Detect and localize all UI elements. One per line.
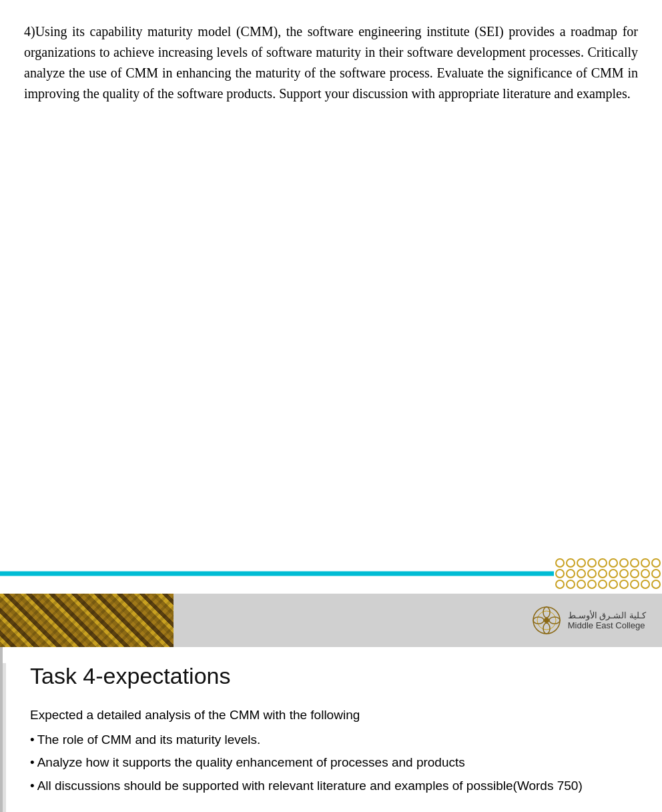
college-name-english: Middle East College: [568, 620, 645, 630]
task-wrapper: Task 4-expectations Expected a detailed …: [0, 647, 662, 812]
dot: [619, 569, 629, 578]
dot: [609, 558, 618, 568]
college-logo-area: كـلية الشـرق الأوسـط Middle East College: [532, 606, 646, 635]
dot: [555, 558, 565, 568]
college-logo-icon: [532, 606, 561, 635]
dot: [630, 558, 639, 568]
dot: [630, 569, 639, 578]
dot: [609, 569, 618, 578]
task-bullet-3: • All discussions should be supported wi…: [30, 776, 638, 796]
middle-spacer: [0, 118, 662, 554]
svg-point-5: [533, 617, 544, 624]
bullet-dot-1: •: [30, 730, 35, 750]
dot: [609, 580, 618, 589]
dot: [619, 558, 629, 568]
divider-section: [0, 554, 662, 594]
svg-point-4: [543, 623, 550, 634]
banner-gray: كـلية الشـرق الأوسـط Middle East College: [174, 594, 662, 647]
task-bullet-3-text: All discussions should be supported with…: [37, 776, 583, 796]
dot: [641, 558, 650, 568]
bullet-dot-3: •: [30, 776, 35, 796]
dot: [651, 558, 661, 568]
dot: [587, 558, 597, 568]
dot: [555, 580, 565, 589]
page: 4)Using its capability maturity model (C…: [0, 0, 662, 812]
dot: [598, 558, 607, 568]
dot: [641, 569, 650, 578]
dot: [577, 558, 586, 568]
banner-section: كـلية الشـرق الأوسـط Middle East College: [0, 594, 662, 647]
dot: [641, 580, 650, 589]
bullet-dot-2: •: [30, 753, 35, 773]
dot: [587, 580, 597, 589]
svg-point-2: [543, 607, 550, 618]
dot: [651, 580, 661, 589]
svg-point-3: [549, 617, 560, 624]
dot-row-2: [555, 569, 661, 578]
college-name-area: كـلية الشـرق الأوسـط Middle East College: [568, 610, 646, 630]
dot: [619, 580, 629, 589]
question-text: 4)Using its capability maturity model (C…: [24, 21, 638, 104]
dot: [566, 580, 575, 589]
task-bullet-2-text: Analyze how it supports the quality enha…: [37, 753, 465, 773]
expectations-list: Expected a detailed analysis of the CMM …: [30, 705, 638, 796]
dot: [555, 569, 565, 578]
divider-line: [0, 572, 554, 576]
dot-row-3: [555, 580, 661, 589]
question-section: 4)Using its capability maturity model (C…: [0, 0, 662, 118]
dot: [598, 569, 607, 578]
dot: [651, 569, 661, 578]
task-bullet-1: • The role of CMM and its maturity level…: [30, 730, 638, 750]
dot: [566, 569, 575, 578]
divider-dots: [555, 558, 662, 589]
dot: [587, 569, 597, 578]
task-title: Task 4-expectations: [30, 663, 638, 689]
dot: [630, 580, 639, 589]
task-bullet-1-text: The role of CMM and its maturity levels.: [37, 730, 261, 750]
task-intro: Expected a detailed analysis of the CMM …: [30, 705, 638, 725]
dot: [577, 580, 586, 589]
task-section: Task 4-expectations Expected a detailed …: [3, 663, 662, 812]
dot: [566, 558, 575, 568]
task-bullet-2: • Analyze how it supports the quality en…: [30, 753, 638, 773]
college-name-arabic: كـلية الشـرق الأوسـط: [568, 610, 646, 620]
dot-row-1: [555, 558, 661, 568]
dot: [577, 569, 586, 578]
banner-pattern: [0, 594, 174, 647]
svg-point-6: [544, 618, 549, 623]
dot: [598, 580, 607, 589]
